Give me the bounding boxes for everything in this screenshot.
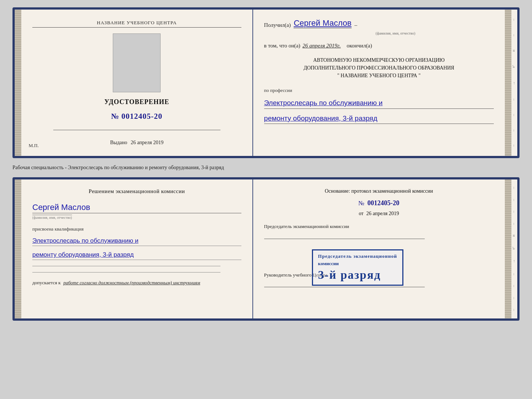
issued-line: Выдано 26 апреля 2019 xyxy=(110,140,163,146)
stamp-komissia: комиссии xyxy=(318,261,397,267)
finished-label: окончил(а) xyxy=(347,43,372,49)
person-name-block: Сергей Маслов (фамилия, имя, отчество) xyxy=(32,201,241,220)
date-value: 26 апреля 2019г. xyxy=(302,43,341,49)
fio-label: (фамилия, имя, отчество) xyxy=(297,31,494,35)
org-name-line: " НАЗВАНИЕ УЧЕБНОГО ЦЕНТРА " xyxy=(264,72,494,79)
fio-label-card2: (фамилия, имя, отчество) xyxy=(32,215,72,220)
card1-spine-right xyxy=(505,10,511,156)
received-name: Сергей Маслов xyxy=(294,18,351,28)
date-prefix: от xyxy=(359,211,363,216)
card1-spine-left xyxy=(15,10,21,156)
mp-label: М.П. xyxy=(29,143,39,149)
issued-label: Выдано xyxy=(110,140,127,145)
cert-number-value: 0012405-20 xyxy=(122,112,163,121)
stamp-block: Председатель экзаменационной комиссии 3-… xyxy=(312,249,403,286)
card1-right-panel: Получил(а) Сергей Маслов – (фамилия, имя… xyxy=(253,10,505,156)
cert-number-prefix: № xyxy=(111,112,119,121)
protocol-date-value: 26 апреля 2019 xyxy=(366,211,399,216)
school-name-top: НАЗВАНИЕ УЧЕБНОГО ЦЕНТРА xyxy=(32,20,241,28)
card2-spine-right xyxy=(505,179,511,318)
allowed-line: допускается к работе согласно должностны… xyxy=(32,280,241,286)
basis-title: Основание: протокол экзаменационной коми… xyxy=(264,188,494,194)
certificate-card-1: НАЗВАНИЕ УЧЕБНОГО ЦЕНТРА УДОСТОВЕРЕНИЕ №… xyxy=(12,7,520,158)
profession-value2: ремонту оборудования, 3-й разряд xyxy=(264,113,494,124)
allowed-value: работе согласно должностным (производств… xyxy=(63,280,200,285)
received-row: Получил(а) Сергей Маслов – xyxy=(264,18,494,28)
stamp-grade: 3-й разряд xyxy=(318,268,397,282)
fio-label-block: (фамилия, имя, отчество) xyxy=(32,213,241,220)
photo-placeholder xyxy=(113,33,161,92)
issued-date: 26 апреля 2019 xyxy=(131,140,163,145)
qualification-line2: ремонту оборудования, 3-й разряд xyxy=(32,250,241,260)
date-row: в том, что он(а) 26 апреля 2019г. окончи… xyxy=(264,43,494,49)
card2-left-panel: Решением экзаменационной комиссии Сергей… xyxy=(21,179,253,318)
card2-right-panel: Основание: протокол экзаменационной коми… xyxy=(253,179,505,318)
cert-number: № 0012405-20 xyxy=(111,112,162,121)
director-signature-line xyxy=(264,287,425,287)
certificate-card-2: Решением экзаменационной комиссии Сергей… xyxy=(12,177,520,321)
protocol-prefix: № xyxy=(359,200,364,207)
qualification-line1: Электрослесарь по обслуживанию и xyxy=(32,236,241,246)
protocol-num-value: 0012405-20 xyxy=(367,199,399,207)
received-label: Получил(а) xyxy=(264,22,291,28)
chairman-signature-line xyxy=(264,239,425,239)
protocol-number: № 0012405-20 xyxy=(264,199,494,207)
date-intro: в том, что он(а) xyxy=(264,43,301,49)
org-line2: ДОПОЛНИТЕЛЬНОГО ПРОФЕССИОНАЛЬНОГО ОБРАЗО… xyxy=(264,64,494,72)
commission-title: Решением экзаменационной комиссии xyxy=(32,188,241,195)
person-name-big: Сергей Маслов xyxy=(32,203,241,212)
profession-label: по профессии xyxy=(264,88,494,93)
profession-value: Электрослесарь по обслуживанию и xyxy=(264,98,494,109)
protocol-date-row: от 26 апреля 2019 xyxy=(264,211,494,217)
fio-subtitle: (фамилия, имя, отчество) xyxy=(297,31,494,35)
right-margin-marks: – – и ,а ← – – – – xyxy=(511,10,517,156)
org-name: НАЗВАНИЕ УЧЕБНОГО ЦЕНТРА xyxy=(341,73,417,78)
card2-right-margin: – – – – и ,а ← – – – – xyxy=(511,179,517,318)
org-block: АВТОНОМНУЮ НЕКОММЕРЧЕСКУЮ ОРГАНИЗАЦИЮ ДО… xyxy=(264,56,494,79)
allowed-label: допускается к xyxy=(32,280,61,285)
qualification-label: присвоена квалификация xyxy=(32,226,241,232)
stamp-text: Председатель экзаменационной xyxy=(318,253,397,259)
card2-spine-left xyxy=(15,179,21,318)
card1-left-panel: НАЗВАНИЕ УЧЕБНОГО ЦЕНТРА УДОСТОВЕРЕНИЕ №… xyxy=(21,10,253,156)
org-line1: АВТОНОМНУЮ НЕКОММЕРЧЕСКУЮ ОРГАНИЗАЦИЮ xyxy=(264,56,494,64)
middle-text: Рабочая специальность - Электрослесарь п… xyxy=(12,165,520,171)
chairman-label: Председатель экзаменационной комиссии xyxy=(264,223,494,230)
cert-title: УДОСТОВЕРЕНИЕ xyxy=(104,98,169,106)
